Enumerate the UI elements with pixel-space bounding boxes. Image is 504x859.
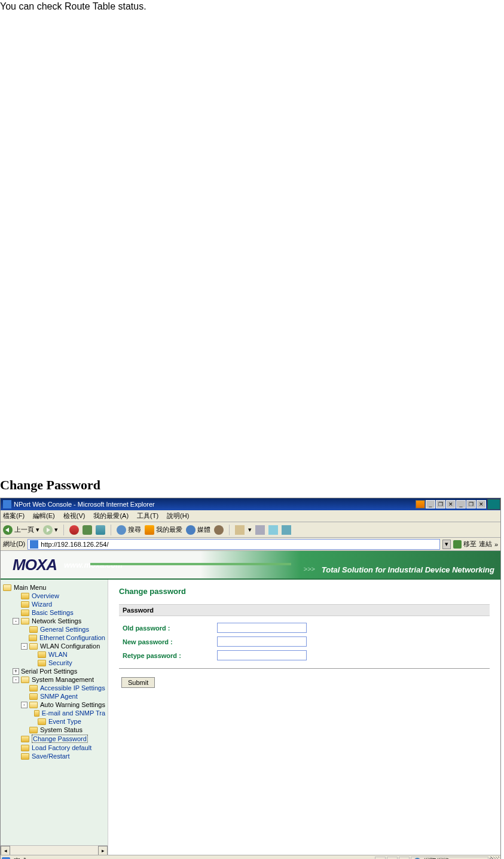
sidebar-item-ethernet-configuration[interactable]: Ethernet Configuration bbox=[3, 633, 105, 642]
tree-label: Serial Port Settings bbox=[21, 668, 77, 675]
tree-label[interactable]: Change Password bbox=[32, 735, 88, 743]
resize-grip[interactable] bbox=[490, 857, 499, 860]
ie-icon bbox=[3, 500, 11, 508]
menu-view[interactable]: 檢視(V) bbox=[63, 511, 85, 520]
tree-label: Auto Warning Settings bbox=[40, 701, 105, 708]
tree-label[interactable]: Load Factory default bbox=[32, 744, 91, 751]
close2-button[interactable]: ✕ bbox=[476, 500, 486, 508]
tree-label[interactable]: Save/Restart bbox=[32, 753, 70, 760]
folder-icon bbox=[21, 610, 29, 616]
go-button[interactable]: 移至 bbox=[453, 540, 476, 549]
sidebar-item-e-mail-and-snmp-tra[interactable]: E-mail and SNMP Tra bbox=[3, 709, 105, 717]
close-button[interactable]: ✕ bbox=[446, 500, 456, 508]
submit-button[interactable]: Submit bbox=[121, 677, 155, 688]
search-button[interactable]: 搜尋 bbox=[117, 525, 141, 535]
refresh-button[interactable] bbox=[83, 525, 92, 535]
media-button[interactable]: 媒體 bbox=[186, 525, 210, 535]
tree-label[interactable]: Accessible IP Settings bbox=[40, 684, 105, 692]
tree-label: System Status bbox=[40, 726, 83, 733]
nav-tree: Main Menu OverviewWizardBasic Settings-N… bbox=[1, 580, 108, 764]
folder-icon bbox=[21, 593, 29, 599]
maximize-button[interactable]: ❐ bbox=[436, 500, 445, 508]
tree-label[interactable]: Security bbox=[48, 659, 72, 666]
sidebar-item-accessible-ip-settings[interactable]: Accessible IP Settings bbox=[3, 684, 105, 692]
links-chevron[interactable]: » bbox=[494, 541, 498, 548]
address-dropdown[interactable]: ▾ bbox=[442, 540, 451, 549]
sidebar-item-system-management: -System Management bbox=[3, 675, 105, 684]
retype-password-input[interactable] bbox=[217, 650, 307, 660]
tree-label[interactable]: Event Type bbox=[48, 718, 81, 725]
minimize2-button[interactable]: _ bbox=[456, 500, 466, 508]
extra-icon[interactable] bbox=[416, 500, 425, 508]
folder-icon bbox=[21, 745, 29, 751]
tree-toggle[interactable]: - bbox=[21, 643, 28, 650]
form-row-retype: Retype password : bbox=[119, 648, 490, 662]
discuss-button[interactable] bbox=[282, 525, 291, 535]
sidebar-item-general-settings[interactable]: General Settings bbox=[3, 625, 105, 633]
app-logo-icon bbox=[487, 499, 500, 510]
tree-label[interactable]: Overview bbox=[32, 592, 59, 599]
sidebar-item-serial-port-settings: +Serial Port Settings bbox=[3, 667, 105, 675]
address-input[interactable]: http://192.168.126.254/ bbox=[28, 539, 440, 550]
home-button[interactable] bbox=[96, 525, 105, 535]
sidebar-item-event-type[interactable]: Event Type bbox=[3, 717, 105, 726]
folder-icon bbox=[29, 685, 38, 692]
tree-label[interactable]: WLAN bbox=[48, 651, 68, 658]
folder-icon bbox=[21, 601, 29, 608]
sidebar-item-basic-settings[interactable]: Basic Settings bbox=[3, 608, 105, 617]
new-password-input[interactable] bbox=[217, 636, 307, 647]
tree-label[interactable]: General Settings bbox=[40, 626, 89, 633]
status-cell bbox=[375, 857, 386, 860]
toolbar: 上一頁 ▾ ▾ 搜尋 我的最愛 媒體 ▾ bbox=[1, 522, 500, 538]
titlebar-buttons: _ ❐ ✕ _ ❐ ✕ bbox=[414, 499, 500, 510]
minimize-button[interactable]: _ bbox=[426, 500, 435, 508]
tree-toggle[interactable]: - bbox=[21, 702, 28, 708]
go-icon bbox=[453, 540, 462, 549]
status-done-icon bbox=[2, 857, 10, 860]
print-button[interactable] bbox=[255, 525, 265, 535]
mail-button[interactable] bbox=[235, 525, 245, 535]
stop-button[interactable] bbox=[69, 525, 79, 535]
folder-icon bbox=[29, 727, 38, 733]
banner: MOXA www.moxa.com >>> Total Solution for… bbox=[1, 551, 500, 580]
menu-edit[interactable]: 編輯(E) bbox=[33, 511, 55, 520]
forward-button[interactable]: ▾ bbox=[43, 525, 58, 535]
sidebar-item-load-factory-default[interactable]: Load Factory default bbox=[3, 744, 105, 752]
old-password-input[interactable] bbox=[217, 623, 307, 633]
sidebar-item-change-password[interactable]: Change Password bbox=[3, 734, 105, 744]
scroll-left-button[interactable]: ◂ bbox=[1, 846, 10, 855]
sidebar-item-security[interactable]: Security bbox=[3, 659, 105, 667]
tree-label[interactable]: Basic Settings bbox=[32, 609, 74, 616]
sidebar-item-wlan-configuration: -WLAN Configuration bbox=[3, 642, 105, 650]
tree-label[interactable]: Ethernet Configuration bbox=[39, 634, 105, 641]
links-label[interactable]: 連結 bbox=[479, 540, 492, 549]
banner-arrows: >>> bbox=[304, 565, 315, 572]
folder-icon bbox=[29, 693, 38, 700]
restore-button[interactable]: ❐ bbox=[466, 500, 476, 508]
sidebar-item-wlan[interactable]: WLAN bbox=[3, 650, 105, 659]
menu-file[interactable]: 檔案(F) bbox=[3, 511, 25, 520]
favorites-button[interactable]: 我的最愛 bbox=[145, 525, 182, 535]
menu-favorites[interactable]: 我的最愛(A) bbox=[93, 511, 129, 520]
tree-toggle[interactable]: - bbox=[13, 677, 19, 683]
sidebar-item-overview[interactable]: Overview bbox=[3, 592, 105, 600]
tree-toggle[interactable]: - bbox=[13, 618, 19, 625]
tree-label[interactable]: SNMP Agent bbox=[40, 693, 78, 700]
scroll-right-button[interactable]: ▸ bbox=[98, 846, 108, 855]
panel-title: Change password bbox=[119, 587, 490, 596]
back-button[interactable]: 上一頁 ▾ bbox=[3, 525, 39, 535]
sidebar-item-save-restart[interactable]: Save/Restart bbox=[3, 752, 105, 760]
menu-tools[interactable]: 工具(T) bbox=[137, 511, 158, 520]
tree-toggle[interactable]: + bbox=[13, 668, 19, 675]
scroll-track[interactable] bbox=[10, 846, 98, 855]
forward-icon bbox=[43, 525, 53, 535]
sidebar-item-wizard[interactable]: Wizard bbox=[3, 600, 105, 608]
menu-help[interactable]: 說明(H) bbox=[167, 511, 189, 520]
old-password-label: Old password : bbox=[123, 625, 217, 632]
history-button[interactable] bbox=[214, 525, 224, 535]
folder-icon bbox=[21, 753, 29, 760]
edit-button[interactable] bbox=[268, 525, 278, 535]
tree-label[interactable]: Wizard bbox=[32, 601, 52, 608]
tree-label[interactable]: E-mail and SNMP Tra bbox=[42, 709, 105, 717]
sidebar-item-snmp-agent[interactable]: SNMP Agent bbox=[3, 692, 105, 700]
